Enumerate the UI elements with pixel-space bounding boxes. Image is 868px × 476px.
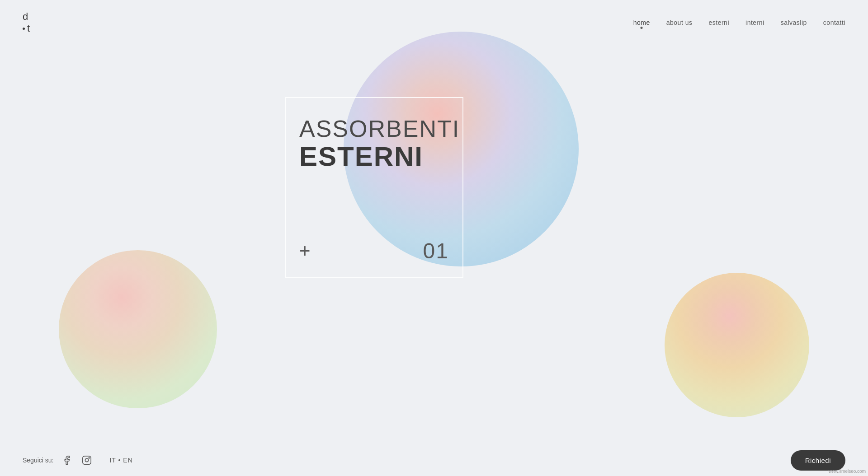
watermark: www.limeiseo.com (829, 469, 866, 474)
svg-rect-0 (83, 456, 91, 464)
nav-esterni[interactable]: esterni (708, 19, 729, 26)
instagram-icon[interactable] (80, 454, 93, 467)
main-nav: home about us esterni interni salvaslip … (633, 19, 845, 26)
header: d t home about us esterni interni salvas… (0, 0, 868, 45)
hero-text-box: ASSORBENTI ESTERNI + 01 (285, 97, 463, 278)
footer: Seguici su: IT • EN Richiedi (0, 444, 868, 476)
main-content: ASSORBENTI ESTERNI + 01 (0, 0, 868, 476)
nav-interni[interactable]: interni (745, 19, 764, 26)
nav-about-us[interactable]: about us (666, 19, 693, 26)
hero-title-line2: ESTERNI (299, 142, 453, 172)
logo-dot (23, 28, 25, 30)
svg-point-1 (85, 458, 89, 462)
richiedi-button[interactable]: Richiedi (791, 450, 845, 471)
footer-left: Seguici su: IT • EN (23, 454, 133, 467)
nav-salvaslip[interactable]: salvaslip (781, 19, 807, 26)
hero-slide-number: 01 (423, 238, 449, 263)
logo[interactable]: d t (23, 11, 30, 35)
seguici-label: Seguici su: (23, 457, 53, 464)
svg-point-2 (89, 457, 90, 458)
nav-home[interactable]: home (633, 19, 650, 26)
logo-letter-t: t (27, 23, 30, 34)
circle-small-right (665, 273, 809, 417)
hero-title-line1: ASSORBENTI (299, 116, 453, 142)
language-switcher[interactable]: IT • EN (109, 457, 132, 464)
hero-plus-button[interactable]: + (299, 240, 311, 262)
circle-small-left (59, 250, 217, 408)
nav-contatti[interactable]: contatti (823, 19, 845, 26)
logo-letter-d: d (23, 11, 30, 23)
facebook-icon[interactable] (61, 454, 73, 467)
